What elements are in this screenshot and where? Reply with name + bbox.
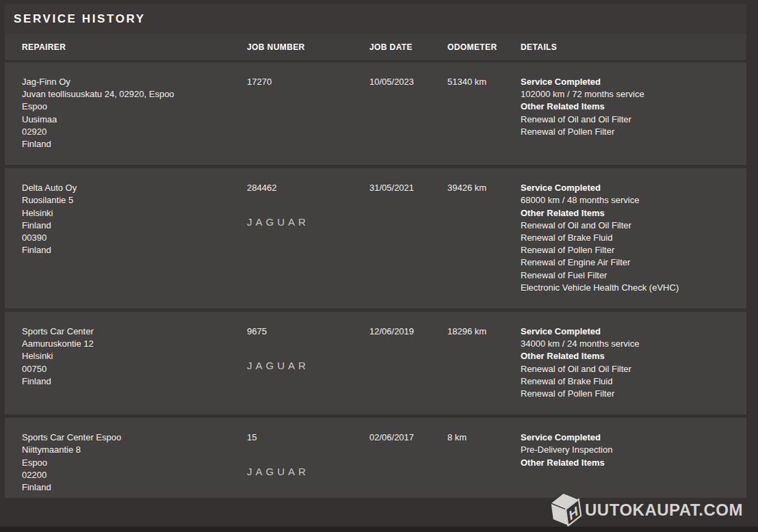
service-row: Delta Auto OyRuosilantie 5HelsinkiFinlan… [5, 168, 746, 308]
details-item: Electronic Vehicle Health Check (eVHC) [521, 282, 746, 294]
repairer-line: Juvan teollisuuskatu 24, 02920, Espoo [22, 88, 247, 101]
job-number-cell: 15 JAGUAR [247, 431, 369, 494]
details-cell: Service Completed34000 km / 24 months se… [521, 325, 746, 400]
service-row: Sports Car CenterAamuruskontie 12Helsink… [5, 312, 746, 414]
details-heading: Other Related Items [521, 350, 746, 362]
details-item: Renewal of Pollen Filter [521, 126, 746, 138]
column-header-job-date: JOB DATE [369, 42, 447, 52]
odometer-cell: 39426 km [447, 182, 521, 294]
details-item: Pre-Delivery Inspection [521, 444, 746, 456]
job-date-cell: 10/05/2023 [369, 76, 447, 150]
job-number: 17270 [247, 76, 369, 88]
repairer-line: Finland [22, 375, 247, 388]
table-header-row: REPAIRER JOB NUMBER JOB DATE ODOMETER DE… [5, 34, 746, 60]
odometer-cell: 18296 km [447, 325, 521, 400]
repairer-line: Aamuruskontie 12 [22, 338, 247, 350]
job-number-cell: 284462 JAGUAR [247, 182, 369, 294]
details-item: Renewal of Fuel Filter [521, 269, 746, 282]
repairer-cell: Sports Car CenterAamuruskontie 12Helsink… [5, 325, 247, 400]
repairer-line: Helsinki [22, 207, 247, 220]
details-heading: Service Completed [521, 325, 746, 338]
page-title-bar: SERVICE HISTORY [5, 4, 746, 34]
job-date-cell: 02/06/2017 [369, 431, 447, 494]
details-item: Renewal of Pollen Filter [521, 388, 746, 400]
repairer-line: Sports Car Center Espoo [22, 431, 247, 444]
column-header-details: DETAILS [521, 42, 746, 52]
jaguar-wordmark: JAGUAR [247, 216, 369, 228]
huutokaupat-logo-link[interactable]: H UUTOKAUPAT.COM [550, 493, 743, 526]
jaguar-wordmark: JAGUAR [247, 466, 369, 478]
details-cell: Service Completed68000 km / 48 months se… [521, 182, 746, 294]
details-item: 34000 km / 24 months service [521, 338, 746, 350]
repairer-line: 00750 [22, 363, 247, 375]
details-item: Renewal of Oil and Oil Filter [521, 114, 746, 126]
job-date-cell: 31/05/2021 [369, 182, 447, 294]
details-heading: Service Completed [521, 431, 746, 444]
details-item: Renewal of Oil and Oil Filter [521, 220, 746, 232]
details-item: Renewal of Engine Air Filter [521, 256, 746, 269]
repairer-line: Finland [22, 244, 247, 256]
repairer-line: 02920 [22, 126, 247, 138]
repairer-line: Helsinki [22, 350, 247, 362]
repairer-cell: Jag-Finn OyJuvan teollisuuskatu 24, 0292… [5, 76, 247, 150]
job-number-cell: 9675 JAGUAR [247, 325, 369, 400]
repairer-cell: Sports Car Center EspooNiittymaantie 8Es… [5, 431, 247, 494]
column-header-repairer: REPAIRER [5, 42, 247, 52]
job-date-cell: 12/06/2019 [369, 325, 447, 400]
job-number: 9675 [247, 325, 369, 338]
repairer-line: 02200 [22, 469, 247, 481]
repairer-line: Delta Auto Oy [22, 182, 247, 194]
details-heading: Other Related Items [521, 101, 746, 113]
column-header-odometer: ODOMETER [447, 42, 521, 52]
details-heading: Service Completed [521, 76, 746, 88]
repairer-line: 00390 [22, 232, 247, 244]
job-number-cell: 17270 [247, 76, 369, 150]
column-header-job-number: JOB NUMBER [247, 42, 369, 52]
repairer-line: Finland [22, 220, 247, 232]
repairer-line: Jag-Finn Oy [22, 76, 247, 88]
huutokaupat-logo-text: UUTOKAUPAT.COM [585, 502, 743, 518]
jaguar-wordmark: JAGUAR [247, 360, 369, 372]
details-item: Renewal of Pollen Filter [521, 244, 746, 256]
service-history-panel: SERVICE HISTORY REPAIRER JOB NUMBER JOB … [5, 4, 746, 498]
repairer-line: Uusimaa [22, 114, 247, 126]
details-cell: Service CompletedPre-Delivery Inspection… [521, 431, 746, 494]
huutokaupat-cube-icon: H [548, 490, 584, 529]
table-body: Jag-Finn OyJuvan teollisuuskatu 24, 0292… [5, 62, 746, 498]
repairer-line: Espoo [22, 457, 247, 469]
page-title: SERVICE HISTORY [14, 12, 146, 26]
details-item: Renewal of Oil and Oil Filter [521, 363, 746, 375]
details-heading: Service Completed [521, 182, 746, 194]
repairer-line: Niittymaantie 8 [22, 444, 247, 456]
job-number: 284462 [247, 182, 369, 194]
details-heading: Other Related Items [521, 457, 746, 469]
odometer-cell: 51340 km [447, 76, 521, 150]
repairer-line: Espoo [22, 101, 247, 113]
details-item: 68000 km / 48 months service [521, 194, 746, 207]
details-heading: Other Related Items [521, 207, 746, 220]
repairer-line: Finland [22, 138, 247, 150]
details-item: 102000 km / 72 months service [521, 88, 746, 101]
odometer-cell: 8 km [447, 431, 521, 494]
service-row: Sports Car Center EspooNiittymaantie 8Es… [5, 418, 746, 498]
repairer-line: Sports Car Center [22, 325, 247, 338]
job-number: 15 [247, 431, 369, 444]
details-item: Renewal of Brake Fluid [521, 375, 746, 388]
details-item: Renewal of Brake Fluid [521, 232, 746, 244]
details-cell: Service Completed102000 km / 72 months s… [521, 76, 746, 150]
repairer-line: Ruosilantie 5 [22, 194, 247, 207]
repairer-cell: Delta Auto OyRuosilantie 5HelsinkiFinlan… [5, 182, 247, 294]
service-row: Jag-Finn OyJuvan teollisuuskatu 24, 0292… [5, 62, 746, 165]
bottom-bar [0, 527, 758, 532]
repairer-line: Finland [22, 481, 247, 494]
